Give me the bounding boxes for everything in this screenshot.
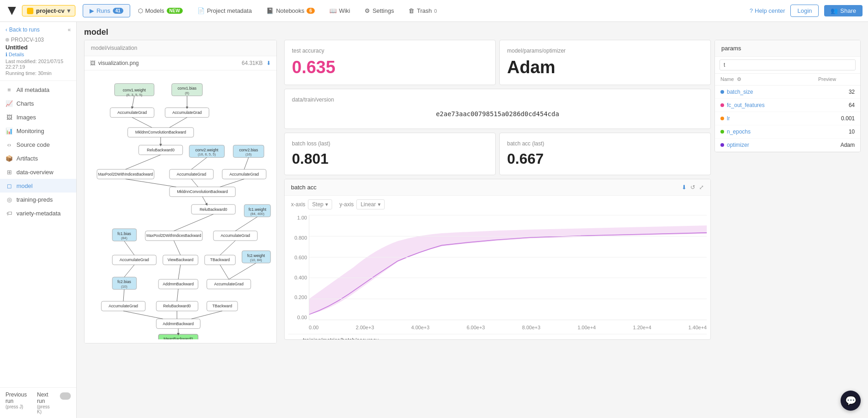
run-status-dot	[5, 38, 9, 42]
back-to-runs-link[interactable]: ‹ Back to runs «	[5, 27, 71, 33]
main-layout: ‹ Back to runs « PROJCV-103 Untitled ℹ D…	[0, 22, 868, 418]
y-axis: 1.00 0.800 0.600 0.400 0.200 0.00	[288, 215, 309, 320]
collapse-icon[interactable]: «	[68, 27, 71, 33]
svg-line-76	[229, 263, 256, 279]
svg-text:AddmmBackward: AddmmBackward	[163, 322, 194, 326]
tab-trash-label: Trash	[417, 7, 432, 14]
svg-line-52	[174, 214, 214, 231]
chat-button[interactable]: 💬	[841, 391, 861, 411]
batch-acc-chart-section: batch acc ⬇ ↺ ⤢ x-axis Step ▾	[284, 179, 711, 340]
tab-models[interactable]: ⬡ Models NEW	[131, 4, 190, 17]
svg-text:AccumulateGrad: AccumulateGrad	[172, 110, 202, 115]
sidebar-item-charts[interactable]: 📈 Charts	[0, 96, 76, 110]
help-icon: ?	[750, 7, 753, 14]
sidebar-item-model[interactable]: ◻ model	[0, 179, 76, 193]
tab-settings[interactable]: ⚙ Settings	[358, 4, 401, 17]
chart-plot	[309, 215, 707, 320]
svg-text:conv2.bias: conv2.bias	[239, 148, 258, 152]
project-selector[interactable]: project-cv ▾	[22, 5, 75, 16]
viz-file-download-icon[interactable]: ⬇	[266, 60, 271, 66]
svg-text:(16, 6, 5, 5): (16, 6, 5, 5)	[198, 152, 216, 156]
tab-runs-label: Runs	[96, 7, 110, 14]
sidebar-item-all-metadata[interactable]: ≡ All metadata	[0, 83, 76, 96]
next-run-button[interactable]: Next run (press K)	[37, 391, 54, 414]
sidebar-item-artifacts[interactable]: 📦 Artifacts	[0, 151, 76, 165]
param-name-n-epochs[interactable]: n_epochs	[720, 129, 818, 135]
x-axis-select[interactable]: Step ▾	[308, 199, 332, 209]
svg-text:fc1.bias: fc1.bias	[117, 231, 131, 236]
sidebar-item-variety-metadata[interactable]: 🏷 variety-metadata	[0, 206, 76, 220]
y-axis-select[interactable]: Linear ▾	[356, 199, 384, 209]
param-row-n-epochs: n_epochs 10	[715, 125, 860, 139]
next-run-key: (press K)	[37, 404, 54, 414]
svg-line-15	[169, 118, 187, 128]
tab-runs[interactable]: ▶ Runs 41	[83, 4, 130, 17]
project-name: project-cv	[36, 7, 64, 14]
help-link[interactable]: ? Help center	[750, 7, 785, 14]
param-name-lr[interactable]: lr	[720, 115, 818, 122]
share-button[interactable]: 👥 Share	[824, 5, 863, 16]
y-axis-group: y-axis Linear ▾	[339, 199, 385, 209]
svg-line-64	[174, 241, 180, 255]
optimizer-label: model/params/optimizer	[507, 48, 703, 54]
svg-text:TBackward: TBackward	[212, 304, 232, 308]
batch-loss-label: batch loss (last)	[292, 140, 488, 147]
tab-project-metadata[interactable]: 📄 Project metadata	[191, 4, 259, 17]
param-name-fc-out[interactable]: fc_out_features	[720, 102, 818, 108]
sidebar-item-training-preds[interactable]: ◎ training-preds	[0, 193, 76, 206]
tab-wiki[interactable]: 📖 Wiki	[323, 4, 357, 17]
batch-acc-card: batch acc (last) 0.667	[499, 133, 711, 175]
tab-notebooks[interactable]: 📓 Notebooks 6	[259, 4, 322, 17]
sidebar-item-variety-metadata-label: variety-metadata	[16, 210, 61, 217]
svg-line-84	[177, 289, 178, 301]
tab-runs-badge: 41	[113, 8, 123, 14]
svg-text:AccumulateGrad: AccumulateGrad	[177, 172, 206, 177]
batch-loss-card: batch loss (last) 0.801	[284, 133, 496, 175]
back-icon: ‹	[5, 27, 7, 33]
previous-run-button[interactable]: Previous run (press J)	[5, 391, 32, 414]
login-button[interactable]: Login	[790, 5, 819, 17]
viz-file-row: 🖼 visualization.png 64.31KB ⬇	[85, 56, 276, 70]
param-name-batch-size[interactable]: batch_size	[720, 89, 818, 95]
param-name-optimizer[interactable]: optimizer	[720, 142, 818, 148]
x-axis: 0.00 2.00e+3 4.00e+3 6.00e+3 8.00e+3 1.0…	[309, 323, 707, 334]
sidebar-item-images[interactable]: 🖼 Images	[0, 110, 76, 124]
chart-expand-icon[interactable]: ⤢	[699, 184, 704, 191]
svg-text:ViewBackward: ViewBackward	[168, 257, 194, 262]
svg-text:AddmmBackward: AddmmBackward	[163, 282, 194, 286]
metrics-top-row: test accuracy 0.635 model/params/optimiz…	[284, 40, 711, 85]
run-nav-toggle[interactable]	[60, 392, 71, 400]
params-name-col-header: Name ⚙	[720, 76, 818, 82]
params-search-input[interactable]	[720, 59, 856, 70]
chart-svg	[309, 215, 707, 320]
svg-text:(84): (84)	[121, 236, 127, 240]
chart-refresh-icon[interactable]: ↺	[690, 184, 695, 191]
sidebar-item-source-code[interactable]: ‹› Source code	[0, 138, 76, 151]
svg-text:fc2.bias: fc2.bias	[117, 279, 131, 284]
sidebar-item-monitoring[interactable]: 📊 Monitoring	[0, 124, 76, 138]
svg-text:AccumulateGrad: AccumulateGrad	[221, 233, 250, 238]
x-axis-value: Step	[312, 201, 323, 208]
param-dot-batch-size	[720, 90, 724, 94]
run-meta-details[interactable]: ℹ Details	[5, 52, 71, 58]
grid-line-4	[309, 278, 707, 278]
svg-text:ReluBackward0: ReluBackward0	[200, 207, 228, 212]
tab-trash-badge: 0	[434, 8, 437, 14]
page-title: model	[77, 22, 868, 40]
svg-line-63	[124, 241, 134, 255]
svg-text:AccumulateGrad: AccumulateGrad	[109, 304, 138, 308]
neural-network-graph: conv1.weight (6, 3, 5, 5) conv1.bias (6)…	[88, 74, 273, 339]
viz-file-name: visualization.png	[98, 60, 242, 66]
sidebar-item-data-overview[interactable]: ⊞ data-overview	[0, 165, 76, 179]
grid-line-2	[309, 236, 707, 236]
params-cols: Name ⚙ Preview	[715, 74, 860, 86]
notebooks-icon: 📓	[266, 7, 274, 14]
params-name-sort-icon[interactable]: ⚙	[737, 76, 741, 82]
chart-download-icon[interactable]: ⬇	[682, 184, 687, 191]
x-axis-group: x-axis Step ▾	[291, 199, 332, 209]
tab-trash[interactable]: 🗑 Trash 0	[402, 4, 444, 17]
param-row-optimizer: optimizer Adam	[715, 139, 860, 152]
param-label-fc-out: fc_out_features	[727, 102, 765, 108]
tab-notebooks-label: Notebooks	[276, 7, 304, 14]
x-label-2k: 2.00e+3	[356, 325, 374, 334]
